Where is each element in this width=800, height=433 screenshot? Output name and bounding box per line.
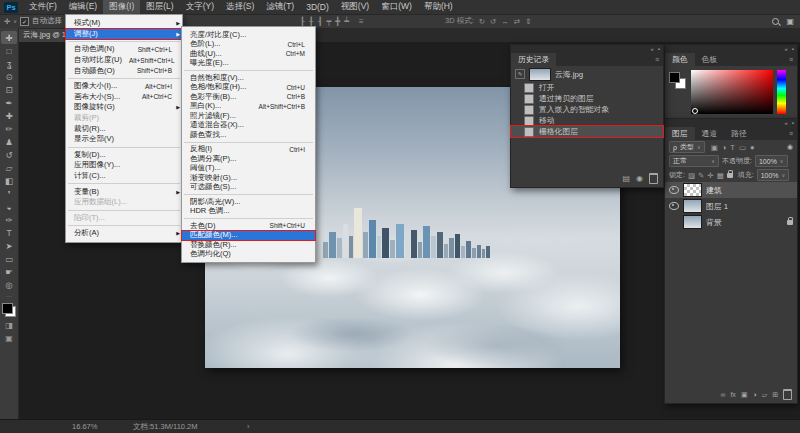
menu-item[interactable]: 可选颜色(S)... ▶ <box>182 183 315 193</box>
panel-strip-menu-icon[interactable]: ▪ <box>658 45 660 53</box>
zoom-level-field[interactable]: 16.67% <box>72 422 97 431</box>
3d-scale-icon[interactable]: ⇕ <box>525 17 531 26</box>
menubar-item[interactable]: 图层(L) <box>140 0 179 14</box>
align-center-h-icon[interactable]: ╂ <box>309 17 314 26</box>
menu-item[interactable]: 图像旋转(G) ▶ <box>66 102 182 113</box>
foreground-color-swatch[interactable] <box>669 72 680 83</box>
menubar-item[interactable]: 帮助(H) <box>418 0 459 14</box>
history-brush-tool[interactable]: ↺ <box>1 148 17 161</box>
fill-dropdown[interactable]: 100% ∨ <box>757 169 790 181</box>
menubar-item[interactable]: 3D(D) <box>300 0 335 14</box>
menubar-item[interactable]: 图像(I) <box>103 0 140 14</box>
menu-item[interactable]: 分析(A) ▶ <box>66 228 182 239</box>
menubar-item[interactable]: 选择(S) <box>220 0 260 14</box>
menu-item[interactable]: 黑白(K)... Alt+Shift+Ctrl+B ▶ <box>182 102 315 112</box>
blur-tool[interactable]: ❜ <box>1 187 17 200</box>
quick-mask-icon[interactable]: ◨ <box>5 321 13 330</box>
workspace-icon[interactable]: ▣ <box>786 17 794 26</box>
eraser-tool[interactable]: ▱ <box>1 161 17 174</box>
3d-rotate-icon[interactable]: ↻ <box>479 17 485 26</box>
new-doc-from-state-icon[interactable]: ▤ <box>622 174 630 183</box>
collapse-panel-icon[interactable]: « <box>785 45 788 53</box>
clone-stamp-tool[interactable]: ♟ <box>1 135 17 148</box>
hue-strip[interactable] <box>777 70 786 114</box>
lock-transparent-icon[interactable]: ▨ <box>688 171 695 180</box>
healing-brush-tool[interactable]: ✚ <box>1 109 17 122</box>
menu-item[interactable]: 调整(J) ▶ <box>66 29 182 40</box>
color-swatches[interactable] <box>2 303 16 317</box>
panel-menu-icon[interactable]: ≡ <box>655 53 659 66</box>
history-state-row[interactable]: 置入嵌入的智能对象 <box>511 104 663 115</box>
color-cursor[interactable] <box>692 108 698 114</box>
menubar-item[interactable]: 文字(Y) <box>180 0 220 14</box>
panel-tab[interactable]: 颜色 <box>665 53 695 66</box>
menu-item[interactable]: 图像大小(I)... Alt+Ctrl+I ▶ <box>66 81 182 92</box>
3d-roll-icon[interactable]: ↺ <box>490 17 496 26</box>
layer-group-icon[interactable]: ▱ <box>762 391 767 399</box>
layer-row[interactable]: 背景 <box>665 214 797 230</box>
lock-all-icon[interactable] <box>727 173 733 178</box>
tool-preset-caret-icon[interactable]: ∨ <box>13 18 17 24</box>
panel-tab[interactable]: 路径 <box>724 127 754 140</box>
visibility-eye-icon[interactable] <box>669 202 679 210</box>
menu-item[interactable]: 阴影/高光(W)... ▶ <box>182 197 315 207</box>
hand-tool[interactable]: ☛ <box>1 265 17 278</box>
3d-drag-icon[interactable]: ↔ <box>501 17 509 26</box>
shape-tool[interactable]: ▭ <box>1 252 17 265</box>
history-state-row[interactable]: 通过拷贝的图层 <box>511 93 663 104</box>
eyedropper-tool[interactable]: ✒ <box>1 96 17 109</box>
menu-item[interactable]: 变量(B) ▶ <box>66 186 182 197</box>
tab-history[interactable]: 历史记录 <box>511 53 556 66</box>
menubar-item[interactable]: 窗口(W) <box>375 0 418 14</box>
align-top-icon[interactable]: ┯ <box>326 17 331 26</box>
panel-menu-icon[interactable]: ≡ <box>789 53 793 66</box>
search-icon[interactable] <box>772 18 779 25</box>
type-tool[interactable]: T <box>1 226 17 239</box>
menu-item[interactable]: 曝光度(E)... ▶ <box>182 59 315 69</box>
menubar-item[interactable]: 编辑(E) <box>63 0 103 14</box>
menu-item[interactable]: 色相/饱和度(H)... Ctrl+U ▶ <box>182 83 315 93</box>
filter-shape-layers-icon[interactable]: ▭ <box>739 143 746 152</box>
menu-item[interactable]: 自动对比度(U) Alt+Shift+Ctrl+L ▶ <box>66 55 182 66</box>
menu-item[interactable]: 应用数据组(L)... ▶ <box>66 197 182 208</box>
menubar-item[interactable]: 文件(F) <box>23 0 63 14</box>
lasso-tool[interactable]: ʓ <box>1 57 17 70</box>
menu-item[interactable]: 复制(D)... ▶ <box>66 150 182 161</box>
menu-item[interactable]: 亮度/对比度(C)... ▶ <box>182 30 315 40</box>
filter-smart-objects-icon[interactable]: ● <box>750 143 755 152</box>
lock-pixels-icon[interactable]: ✎ <box>698 171 704 180</box>
blend-mode-dropdown[interactable]: 正常 ∨ <box>669 155 719 167</box>
move-tool[interactable]: ✛ <box>1 31 17 44</box>
menu-item[interactable]: 匹配颜色(M)... ▶ <box>182 231 315 241</box>
menu-item[interactable]: 画布大小(S)... Alt+Ctrl+C ▶ <box>66 92 182 103</box>
menu-item[interactable]: 裁剪(P) ▶ <box>66 113 182 124</box>
link-layers-icon[interactable]: ∞ <box>720 391 725 398</box>
lock-position-icon[interactable]: ✛ <box>707 171 713 180</box>
foreground-color-swatch[interactable] <box>2 303 13 314</box>
menu-item[interactable]: 色彩平衡(B)... Ctrl+B ▶ <box>182 92 315 102</box>
visibility-eye-icon[interactable] <box>669 186 679 194</box>
history-state-row[interactable]: 打开 <box>511 82 663 93</box>
menu-item[interactable]: 显示全部(V) ▶ <box>66 134 182 145</box>
menu-item[interactable]: 通道混合器(X)... ▶ <box>182 121 315 131</box>
lock-artboard-icon[interactable]: ▦ <box>717 171 724 180</box>
filter-toggle-icon[interactable]: ◉ <box>787 143 793 151</box>
menubar-item[interactable]: 视图(V) <box>335 0 375 14</box>
align-left-icon[interactable]: ┠ <box>300 17 305 26</box>
menu-item[interactable]: 替换颜色(R)... ▶ <box>182 240 315 250</box>
collapse-panel-icon[interactable]: « <box>651 45 654 53</box>
distribute-icon[interactable]: ≡ <box>359 17 364 26</box>
history-snapshot-row[interactable]: ✎ 云海.jpg <box>511 66 663 82</box>
saturation-brightness-box[interactable] <box>691 70 773 114</box>
align-bottom-icon[interactable]: ┷ <box>344 17 349 26</box>
history-brush-source-icon[interactable]: ✎ <box>515 69 525 79</box>
new-layer-icon[interactable]: ⊞ <box>772 391 778 399</box>
menu-item[interactable]: 自动色调(N) Shift+Ctrl+L ▶ <box>66 44 182 55</box>
panel-strip-menu-icon[interactable]: ▪ <box>792 45 794 53</box>
menu-item[interactable]: 陷印(T)... ▶ <box>66 213 182 224</box>
brush-tool[interactable]: ✏ <box>1 122 17 135</box>
align-right-icon[interactable]: ┨ <box>318 17 323 26</box>
filter-adjustment-layers-icon[interactable]: ◑ <box>722 143 727 152</box>
menubar-item[interactable]: 滤镜(T) <box>260 0 300 14</box>
panel-strip-menu-icon[interactable]: ▪ <box>792 119 794 127</box>
